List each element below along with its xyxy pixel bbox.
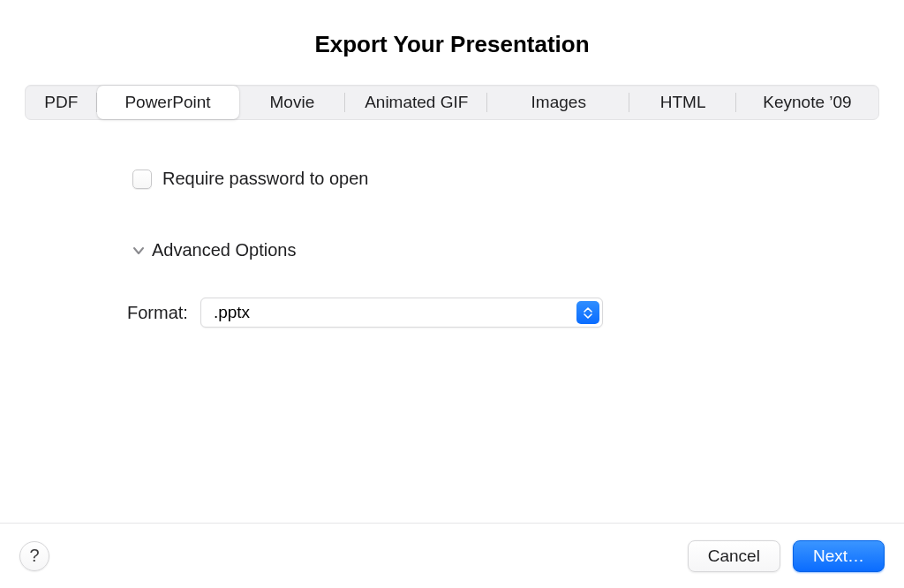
dialog-title: Export Your Presentation — [0, 0, 904, 85]
help-button[interactable]: ? — [19, 541, 49, 571]
tab-pdf[interactable]: PDF — [26, 86, 97, 119]
next-button[interactable]: Next… — [793, 540, 885, 572]
format-tabs: PDF PowerPoint Movie Animated GIF Images… — [25, 85, 879, 120]
chevron-down-icon — [132, 245, 145, 257]
format-select-value: .pptx — [200, 298, 603, 328]
cancel-button[interactable]: Cancel — [688, 540, 780, 572]
require-password-checkbox[interactable] — [132, 170, 152, 189]
tab-label: Movie — [270, 93, 315, 112]
require-password-label: Require password to open — [162, 169, 368, 189]
format-select[interactable]: .pptx — [200, 298, 603, 328]
advanced-options-toggle[interactable]: Advanced Options — [132, 240, 904, 260]
format-label: Format: — [127, 303, 188, 323]
help-icon: ? — [29, 546, 39, 566]
tab-label: Images — [531, 93, 586, 112]
dialog-footer: ? Cancel Next… — [0, 523, 904, 588]
require-password-row: Require password to open — [132, 169, 904, 189]
tab-movie[interactable]: Movie — [239, 86, 346, 119]
tab-label: HTML — [660, 93, 706, 112]
tab-keynote-09[interactable]: Keynote ’09 — [736, 86, 878, 119]
export-dialog: Export Your Presentation PDF PowerPoint … — [0, 0, 904, 588]
cancel-button-label: Cancel — [708, 547, 760, 566]
tab-label: Animated GIF — [365, 93, 468, 112]
format-row: Format: .pptx — [127, 298, 904, 328]
tab-label: PowerPoint — [124, 93, 210, 112]
options-panel: Require password to open Advanced Option… — [0, 120, 904, 328]
tab-html[interactable]: HTML — [629, 86, 736, 119]
advanced-options-label: Advanced Options — [152, 240, 296, 260]
tab-label: PDF — [44, 93, 78, 112]
next-button-label: Next… — [813, 547, 864, 566]
format-tabs-container: PDF PowerPoint Movie Animated GIF Images… — [0, 85, 904, 120]
tab-images[interactable]: Images — [487, 86, 629, 119]
select-stepper-icon — [576, 301, 599, 324]
tab-powerpoint[interactable]: PowerPoint — [97, 86, 239, 119]
tab-label: Keynote ’09 — [763, 93, 851, 112]
tab-animated-gif[interactable]: Animated GIF — [345, 86, 487, 119]
